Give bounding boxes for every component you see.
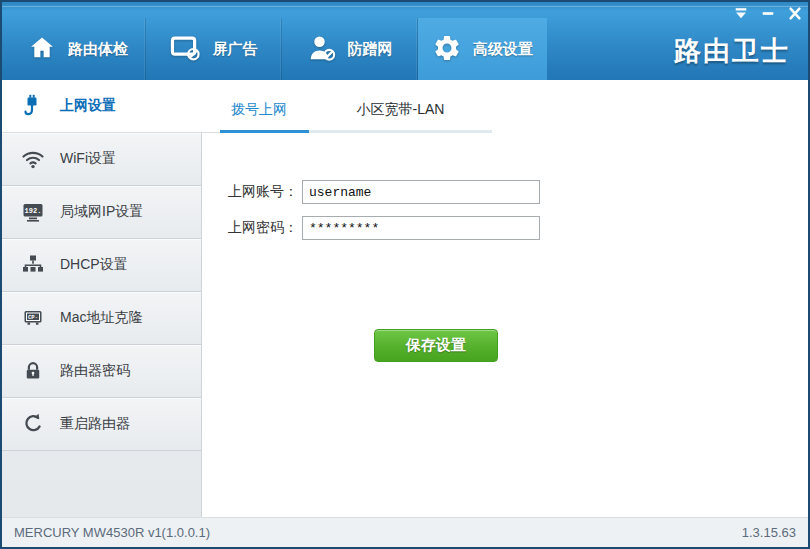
device-model-text: MERCURY MW4530R v1(1.0.0.1) bbox=[14, 525, 210, 540]
nav-item-label: 路由体检 bbox=[68, 40, 128, 59]
header: 路由体检 屏广告 bbox=[2, 2, 808, 80]
collapse-button[interactable] bbox=[727, 4, 754, 26]
sidebar-item-dhcp-settings[interactable]: DHCP设置 bbox=[2, 239, 201, 292]
nav-item-label: 高级设置 bbox=[473, 40, 533, 59]
sidebar-item-restart-router[interactable]: 重启路由器 bbox=[2, 398, 201, 451]
nav-item-label: 屏广告 bbox=[213, 40, 258, 59]
sidebar-item-label: Mac地址克隆 bbox=[60, 309, 142, 327]
sidebar-item-label: WiFi设置 bbox=[60, 150, 116, 168]
window-controls bbox=[727, 4, 808, 26]
close-button[interactable] bbox=[781, 4, 808, 26]
collapse-icon bbox=[733, 6, 749, 25]
app-logo: 路由卫士 bbox=[674, 33, 790, 69]
tab-dialup[interactable]: 拨号上网 bbox=[209, 88, 309, 133]
sidebar-item-label: 上网设置 bbox=[60, 97, 116, 115]
sidebar-item-label: 局域网IP设置 bbox=[60, 203, 143, 221]
screen-block-icon bbox=[170, 34, 202, 65]
nav-item-ad-block[interactable]: 屏广告 bbox=[146, 18, 282, 80]
plug-icon bbox=[20, 93, 46, 119]
sidebar-item-label: DHCP设置 bbox=[60, 256, 128, 274]
account-row: 上网账号： bbox=[203, 180, 540, 204]
wifi-icon bbox=[20, 146, 46, 172]
mac-clone-icon: CP· bbox=[20, 305, 46, 331]
sidebar: 上网设置 WiFi设置 192. bbox=[2, 80, 202, 517]
home-icon bbox=[27, 34, 57, 65]
status-bar: MERCURY MW4530R v1(1.0.0.1) 1.3.15.63 bbox=[2, 517, 808, 547]
app-window: 路由体检 屏广告 bbox=[0, 0, 810, 549]
sidebar-item-mac-clone[interactable]: CP· Mac地址克隆 bbox=[2, 292, 201, 345]
account-input[interactable] bbox=[302, 180, 540, 204]
sidebar-item-label: 路由器密码 bbox=[60, 362, 130, 380]
sidebar-item-router-password[interactable]: 路由器密码 bbox=[2, 345, 201, 398]
nav-item-router-checkup[interactable]: 路由体检 bbox=[10, 18, 146, 80]
restart-icon bbox=[20, 411, 46, 437]
svg-text:192.: 192. bbox=[25, 207, 42, 215]
dhcp-icon bbox=[20, 252, 46, 278]
lock-icon bbox=[20, 358, 46, 384]
app-version-text: 1.3.15.63 bbox=[742, 525, 796, 540]
tab-lan-broadband[interactable]: 小区宽带-LAN bbox=[309, 88, 492, 133]
account-label: 上网账号： bbox=[203, 183, 298, 201]
nav-item-advanced-settings[interactable]: 高级设置 bbox=[418, 18, 547, 80]
sidebar-item-label: 重启路由器 bbox=[60, 415, 130, 433]
minimize-icon bbox=[760, 6, 776, 25]
gear-icon bbox=[432, 33, 462, 66]
password-row: 上网密码： bbox=[203, 216, 540, 240]
sidebar-item-wifi-settings[interactable]: WiFi设置 bbox=[2, 133, 201, 186]
save-settings-button[interactable]: 保存设置 bbox=[374, 329, 498, 362]
close-icon bbox=[787, 6, 803, 25]
nav-item-anti-freeload[interactable]: 防蹭网 bbox=[282, 18, 418, 80]
top-nav: 路由体检 屏广告 bbox=[10, 18, 547, 80]
svg-text:CP·: CP· bbox=[28, 314, 38, 321]
lan-ip-icon: 192. bbox=[20, 199, 46, 225]
minimize-button[interactable] bbox=[754, 4, 781, 26]
nav-item-label: 防蹭网 bbox=[348, 40, 393, 59]
password-label: 上网密码： bbox=[203, 219, 298, 237]
sidebar-item-lan-ip-settings[interactable]: 192. 局域网IP设置 bbox=[2, 186, 201, 239]
tab-bar: 拨号上网 小区宽带-LAN bbox=[209, 88, 492, 133]
main-content: 拨号上网 小区宽带-LAN 上网账号： 上网密码： 保存设置 bbox=[203, 80, 808, 517]
sidebar-item-internet-settings[interactable]: 上网设置 bbox=[2, 80, 220, 133]
password-input[interactable] bbox=[302, 216, 540, 240]
user-block-icon bbox=[307, 34, 337, 65]
